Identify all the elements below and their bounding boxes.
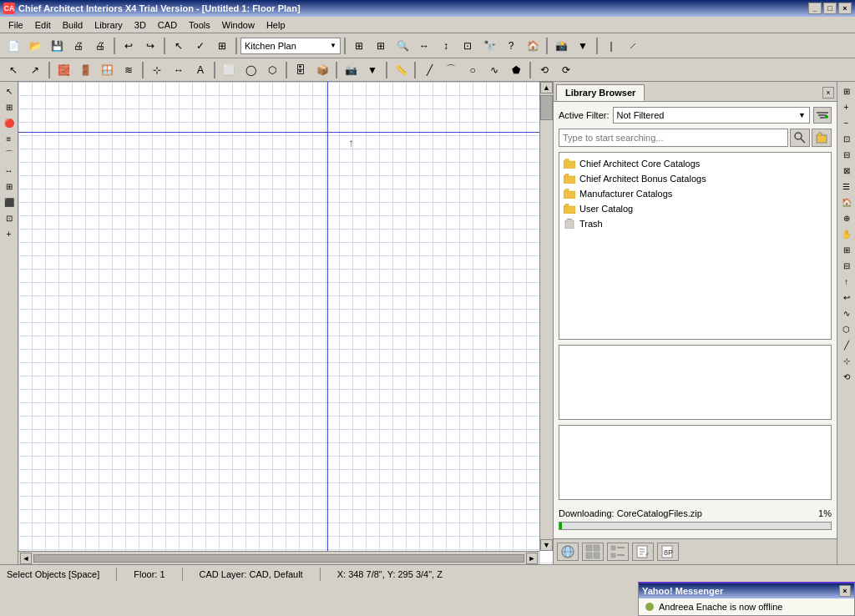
rt-7[interactable]: ☰ xyxy=(839,179,854,194)
menu-tools[interactable]: Tools xyxy=(184,18,215,32)
scroll-right-arrow[interactable]: ► xyxy=(526,553,538,564)
save-button[interactable]: 💾 xyxy=(47,37,67,55)
search-options-button[interactable] xyxy=(812,129,832,147)
tree-item-user[interactable]: User Catalog xyxy=(563,201,827,216)
tool-measure[interactable]: 📏 xyxy=(391,61,411,79)
tool-transform2[interactable]: ⟳ xyxy=(556,61,576,79)
redo-button[interactable]: ↪ xyxy=(140,37,160,55)
lib-view1-button[interactable] xyxy=(582,543,604,561)
plan-dropdown[interactable]: Kitchen Plan ▼ xyxy=(240,38,341,54)
tool-dim[interactable]: ⊹ xyxy=(147,61,167,79)
minimize-button[interactable]: _ xyxy=(808,3,822,14)
tb3[interactable]: ⊞ xyxy=(212,37,232,55)
lt-10[interactable]: + xyxy=(2,226,17,241)
tool-cabinet2[interactable]: 📦 xyxy=(312,61,332,79)
help-button[interactable]: ? xyxy=(501,37,521,55)
filter-add-button[interactable] xyxy=(813,107,832,124)
select-button[interactable]: ↖ xyxy=(169,37,189,55)
lt-5[interactable]: ⌒ xyxy=(2,147,17,162)
menu-build[interactable]: Build xyxy=(58,18,88,32)
lib-globe-button[interactable] xyxy=(557,543,579,561)
rt-9[interactable]: ⊕ xyxy=(839,210,854,225)
print-button[interactable]: 🖨 xyxy=(68,37,89,55)
scroll-left-arrow[interactable]: ◄ xyxy=(20,553,32,564)
scroll-thumb-h[interactable] xyxy=(33,554,524,563)
scroll-up-arrow[interactable]: ▲ xyxy=(540,82,553,93)
rt-18[interactable]: ⊹ xyxy=(839,353,854,368)
lt-select[interactable]: ↖ xyxy=(2,83,17,98)
lt-3[interactable]: 🔴 xyxy=(2,115,17,130)
tool-text[interactable]: A xyxy=(190,61,210,79)
rt-12[interactable]: ⊟ xyxy=(839,258,854,273)
lib-settings-button[interactable]: 8P xyxy=(657,543,679,561)
undo-button[interactable]: ↩ xyxy=(119,37,139,55)
tool-poly[interactable]: ⬟ xyxy=(506,61,526,79)
rt-10[interactable]: ✋ xyxy=(839,226,854,241)
tool-cabinet[interactable]: 🗄 xyxy=(291,61,311,79)
tool-door[interactable]: 🚪 xyxy=(75,61,95,79)
lt-2[interactable]: ⊞ xyxy=(2,99,17,114)
tree-item-trash[interactable]: Trash xyxy=(563,216,827,231)
menu-edit[interactable]: Edit xyxy=(30,18,56,32)
menu-file[interactable]: File xyxy=(3,18,28,32)
lib-edit-button[interactable] xyxy=(632,543,654,561)
menu-library[interactable]: Library xyxy=(89,18,128,32)
check-button[interactable]: ✓ xyxy=(190,37,210,55)
tb14[interactable]: ⟋ xyxy=(623,37,643,55)
tb9[interactable]: 🔭 xyxy=(479,37,499,55)
rt-19[interactable]: ⟲ xyxy=(839,369,854,384)
zoom-in-button[interactable]: 🔍 xyxy=(392,37,412,55)
filter-dropdown[interactable]: Not Filtered ▼ xyxy=(613,107,810,124)
tb11[interactable]: 📸 xyxy=(551,37,571,55)
lt-6[interactable]: ↔ xyxy=(2,163,17,178)
tb5[interactable]: ⊞ xyxy=(371,37,391,55)
tool-window[interactable]: 🪟 xyxy=(97,61,117,79)
rt-3[interactable]: − xyxy=(839,115,854,130)
rt-11[interactable]: ⊞ xyxy=(839,242,854,257)
tool-shape3[interactable]: ⬡ xyxy=(262,61,282,79)
tool-transform[interactable]: ⟲ xyxy=(534,61,554,79)
new-button[interactable]: 📄 xyxy=(3,37,23,55)
rt-14[interactable]: ↩ xyxy=(839,290,854,305)
tool-camera2[interactable]: ▼ xyxy=(362,61,382,79)
tb12[interactable]: ▼ xyxy=(573,37,593,55)
tool-line[interactable]: ╱ xyxy=(419,61,439,79)
tool-shape[interactable]: ⬜ xyxy=(219,61,239,79)
tool-camera[interactable]: 📷 xyxy=(341,61,361,79)
maximize-button[interactable]: □ xyxy=(823,3,837,14)
tb7[interactable]: ↕ xyxy=(436,37,456,55)
scroll-down-arrow[interactable]: ▼ xyxy=(540,539,553,551)
rt-17[interactable]: ╱ xyxy=(839,337,854,352)
tool-select[interactable]: ↖ xyxy=(3,61,23,79)
tool-arc[interactable]: ⌒ xyxy=(441,61,461,79)
tb4[interactable]: ⊞ xyxy=(349,37,369,55)
tool-wall[interactable]: 🧱 xyxy=(53,61,73,79)
tool-shape2[interactable]: ◯ xyxy=(240,61,261,79)
tool-dim2[interactable]: ↔ xyxy=(169,61,189,79)
library-browser-tab[interactable]: Library Browser xyxy=(556,84,645,101)
canvas-area[interactable]: ↑ ▲ ▼ ◄ ► xyxy=(18,82,553,564)
tool-stair[interactable]: ≋ xyxy=(119,61,139,79)
tool-spline[interactable]: ∿ xyxy=(484,61,504,79)
rt-4[interactable]: ⊡ xyxy=(839,131,854,146)
rt-16[interactable]: ⬡ xyxy=(839,321,854,336)
tree-item-bonus[interactable]: Chief Architect Bonus Catalogs xyxy=(563,171,827,186)
library-panel-close[interactable]: × xyxy=(822,87,834,98)
rt-5[interactable]: ⊟ xyxy=(839,147,854,162)
menu-window[interactable]: Window xyxy=(217,18,260,32)
rt-6[interactable]: ⊠ xyxy=(839,163,854,178)
rt-2[interactable]: + xyxy=(839,99,854,114)
tb13[interactable]: | xyxy=(601,37,621,55)
tb6[interactable]: ↔ xyxy=(414,37,434,55)
close-button[interactable]: × xyxy=(838,3,852,14)
tree-item-core[interactable]: Chief Architect Core Catalogs xyxy=(563,156,827,171)
tool-select2[interactable]: ↗ xyxy=(25,61,45,79)
lt-9[interactable]: ⊡ xyxy=(2,210,17,225)
tb10[interactable]: 🏠 xyxy=(523,37,543,55)
rt-15[interactable]: ∿ xyxy=(839,305,854,321)
lib-view2-button[interactable] xyxy=(607,543,629,561)
rt-13[interactable]: ↑ xyxy=(839,274,854,289)
tb8[interactable]: ⊡ xyxy=(458,37,478,55)
print-preview-button[interactable]: 🖨 xyxy=(90,37,110,55)
rt-8[interactable]: 🏠 xyxy=(839,194,854,210)
